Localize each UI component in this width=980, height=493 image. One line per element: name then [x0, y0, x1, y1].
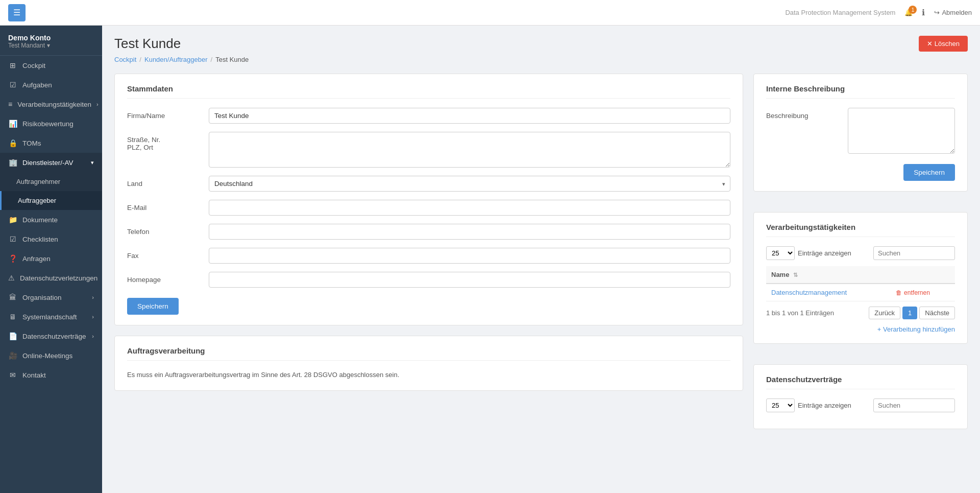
sidebar-item-aufgaben[interactable]: ☑ Aufgaben: [0, 75, 102, 95]
sidebar-item-cockpit[interactable]: ⊞ Cockpit: [0, 56, 102, 75]
sidebar-item-label: Kontakt: [22, 371, 46, 379]
dv-entries-control: 25 50 100 Einträge anzeigen: [766, 398, 851, 412]
stammdaten-title: Stammdaten: [127, 84, 730, 99]
chevron-right-icon: ›: [92, 294, 94, 300]
auftragsverarbeitung-card: Auftragsverarbeitung Es muss ein Auftrag…: [114, 336, 743, 391]
sidebar-item-dokumente[interactable]: 📁 Dokumente: [0, 210, 102, 229]
sidebar-item-label: Auftragnehmer: [16, 178, 60, 185]
fax-input[interactable]: [209, 248, 730, 264]
sidebar-item-label: Verarbeitungstätigkeiten: [17, 101, 91, 108]
breadcrumb-cockpit[interactable]: Cockpit: [114, 56, 136, 63]
user-tenant[interactable]: Test Mandant ▾: [8, 42, 94, 49]
vt-next-button[interactable]: Nächste: [919, 307, 955, 319]
vt-back-button[interactable]: Zurück: [869, 307, 900, 319]
sidebar-item-datenschutzverletzungen[interactable]: ⚠ Datenschutzverletzungen: [0, 268, 102, 288]
datenschutzvertraege-title: Datenschutzverträge: [766, 375, 955, 389]
beschreibung-label: Beschreibung: [766, 108, 848, 120]
sidebar-item-auftraggeber[interactable]: Auftraggeber: [0, 191, 102, 210]
notification-badge: 1: [909, 6, 917, 14]
sidebar-item-systemlandschaft[interactable]: 🖥 Systemlandschaft ›: [0, 307, 102, 326]
sidebar-item-label: Checklisten: [22, 236, 58, 243]
col-name: Name ⇅: [766, 266, 891, 284]
notification-icon[interactable]: 🔔 1: [904, 9, 913, 16]
sidebar-item-auftragnehmer[interactable]: Auftragnehmer: [0, 172, 102, 191]
strasse-input[interactable]: [209, 132, 730, 168]
vt-table-footer: 1 bis 1 von 1 Einträgen Zurück 1 Nächste: [766, 307, 955, 319]
table-controls: 25 50 100 Einträge anzeigen: [766, 246, 955, 260]
entries-select[interactable]: 25 50 100: [766, 246, 795, 260]
stammdaten-save-button[interactable]: Speichern: [127, 298, 179, 315]
system-title: Data Protection Management System: [785, 9, 895, 16]
sidebar-item-datenschutzvertraege[interactable]: 📄 Datenschutzverträge ›: [0, 326, 102, 346]
breadcrumb: Cockpit / Kunden/Auftraggeber / Test Kun…: [114, 56, 968, 63]
auftragsverarbeitung-text: Es muss ein Auftragsverarbeitungsvertrag…: [127, 370, 730, 380]
sidebar-item-risikobewertung[interactable]: 📊 Risikobewertung: [0, 114, 102, 133]
beschreibung-row: Beschreibung: [766, 108, 955, 154]
sidebar-user: Demo Konto Test Mandant ▾: [0, 26, 102, 56]
beschreibung-save-area: Speichern: [766, 162, 955, 181]
add-verarbeitung-link[interactable]: + Verarbeitung hinzufügen: [766, 325, 955, 333]
vt-table: Name ⇅ Datenschutzmanagement: [766, 266, 955, 301]
land-select[interactable]: Deutschland Österreich Schweiz: [209, 176, 730, 192]
telefon-input[interactable]: [209, 224, 730, 240]
delete-button[interactable]: ✕ Löschen: [919, 36, 968, 52]
fax-row: Fax: [127, 248, 730, 264]
entries-label: Einträge anzeigen: [798, 249, 851, 257]
verarbeitungs-icon: ≡: [8, 100, 12, 108]
vt-search-input[interactable]: [873, 246, 955, 260]
checklisten-icon: ☑: [8, 235, 17, 243]
firma-input[interactable]: [209, 108, 730, 124]
left-column: Stammdaten Firma/Name Straße, Nr. PLZ, O…: [114, 74, 743, 439]
sidebar-item-label: Systemlandschaft: [22, 313, 77, 321]
help-icon[interactable]: ℹ: [922, 8, 925, 17]
risiko-icon: 📊: [8, 120, 17, 128]
sidebar-item-organisation[interactable]: 🏛 Organisation ›: [0, 288, 102, 307]
stammdaten-card: Stammdaten Firma/Name Straße, Nr. PLZ, O…: [114, 74, 743, 325]
dienstleister-icon: 🏢: [8, 158, 17, 167]
page-title: Test Kunde: [114, 36, 181, 52]
homepage-input[interactable]: [209, 272, 730, 288]
interne-beschreibung-card: Interne Beschreibung Beschreibung Speich…: [753, 74, 968, 192]
datenschutzvertraege-card: Datenschutzverträge 25 50 100 Einträge a…: [753, 364, 968, 429]
organisation-icon: 🏛: [8, 293, 17, 301]
abmelden-button[interactable]: ↪ Abmelden: [934, 9, 972, 16]
systemlandschaft-icon: 🖥: [8, 313, 17, 321]
strasse-label: Straße, Nr. PLZ, Ort: [127, 132, 209, 151]
sidebar-item-checklisten[interactable]: ☑ Checklisten: [0, 229, 102, 249]
chevron-down-icon: ▾: [91, 159, 94, 166]
topbar-left: ☰: [8, 4, 26, 21]
content-grid: Stammdaten Firma/Name Straße, Nr. PLZ, O…: [114, 74, 968, 439]
sidebar-item-verarbeitungstaetigkeiten[interactable]: ≡ Verarbeitungstätigkeiten ›: [0, 95, 102, 114]
sidebar-item-anfragen[interactable]: ❓ Anfragen: [0, 249, 102, 268]
entries-control: 25 50 100 Einträge anzeigen: [766, 246, 851, 260]
email-label: E-Mail: [127, 200, 209, 212]
email-input[interactable]: [209, 200, 730, 216]
sidebar-item-label: Cockpit: [22, 62, 45, 69]
vt-row-name-link[interactable]: Datenschutzmanagement: [771, 289, 847, 296]
topbar: ☰ Data Protection Management System 🔔 1 …: [0, 0, 980, 26]
beschreibung-save-button[interactable]: Speichern: [903, 164, 955, 181]
sidebar-item-online-meetings[interactable]: 🎥 Online-Meetings: [0, 346, 102, 365]
sidebar-nav: ⊞ Cockpit ☑ Aufgaben ≡ Verarbeitungstäti…: [0, 56, 102, 493]
dv-search-input[interactable]: [873, 398, 955, 412]
dv-entries-select[interactable]: 25 50 100: [766, 398, 795, 412]
breadcrumb-current: Test Kunde: [215, 56, 249, 63]
toms-icon: 🔒: [8, 139, 17, 147]
firma-row: Firma/Name: [127, 108, 730, 124]
email-row: E-Mail: [127, 200, 730, 216]
vt-page-1-button[interactable]: 1: [902, 307, 917, 319]
sidebar-item-toms[interactable]: 🔒 TOMs: [0, 133, 102, 153]
main-content: Test Kunde ✕ Löschen Cockpit / Kunden/Au…: [102, 26, 980, 493]
homepage-label: Homepage: [127, 272, 209, 284]
fax-label: Fax: [127, 248, 209, 260]
beschreibung-textarea[interactable]: [848, 108, 955, 154]
datenschutz-icon: ⚠: [8, 274, 15, 282]
col-actions: [891, 266, 955, 284]
hamburger-button[interactable]: ☰: [8, 4, 26, 21]
breadcrumb-kunden[interactable]: Kunden/Auftraggeber: [144, 56, 208, 63]
vt-remove-button[interactable]: 🗑 entfernen: [896, 289, 930, 296]
auftragsverarbeitung-title: Auftragsverarbeitung: [127, 346, 730, 361]
sidebar-item-dienstleister[interactable]: 🏢 Dienstleister/-AV ▾: [0, 153, 102, 172]
land-row: Land Deutschland Österreich Schweiz ▾: [127, 176, 730, 192]
sidebar-item-kontakt[interactable]: ✉ Kontakt: [0, 365, 102, 385]
